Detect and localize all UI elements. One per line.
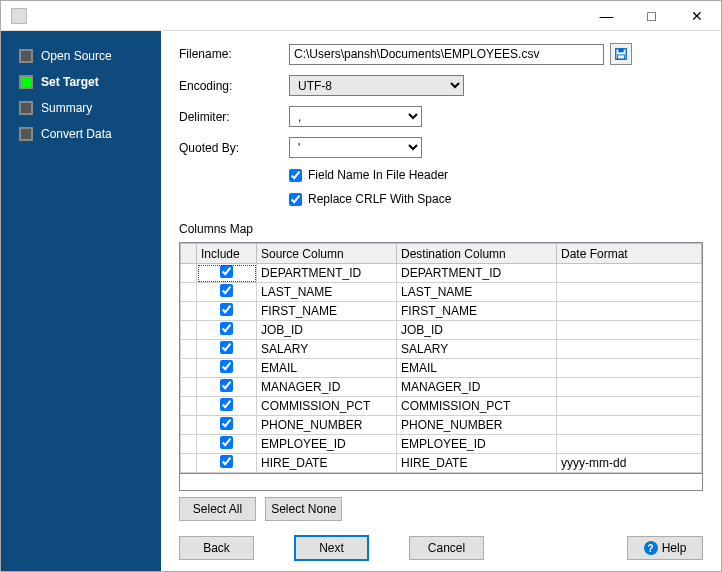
- row-handle[interactable]: [181, 340, 197, 359]
- quoted-by-select[interactable]: ': [289, 137, 422, 158]
- back-button[interactable]: Back: [179, 536, 254, 560]
- include-cell[interactable]: [197, 416, 257, 435]
- include-cell[interactable]: [197, 397, 257, 416]
- date-format-cell[interactable]: yyyy-mm-dd: [557, 454, 702, 473]
- date-format-cell[interactable]: [557, 435, 702, 454]
- include-checkbox[interactable]: [220, 379, 233, 392]
- source-column-cell[interactable]: EMAIL: [257, 359, 397, 378]
- col-header-dest[interactable]: Destination Column: [397, 244, 557, 264]
- source-column-cell[interactable]: PHONE_NUMBER: [257, 416, 397, 435]
- include-checkbox[interactable]: [220, 455, 233, 468]
- include-cell[interactable]: [197, 321, 257, 340]
- table-row[interactable]: JOB_IDJOB_ID: [181, 321, 702, 340]
- source-column-cell[interactable]: DEPARTMENT_ID: [257, 264, 397, 283]
- row-handle[interactable]: [181, 378, 197, 397]
- include-cell[interactable]: [197, 340, 257, 359]
- date-format-cell[interactable]: [557, 264, 702, 283]
- row-handle[interactable]: [181, 454, 197, 473]
- sidebar-item-open-source[interactable]: Open Source: [1, 43, 161, 69]
- source-column-cell[interactable]: JOB_ID: [257, 321, 397, 340]
- table-row[interactable]: LAST_NAMELAST_NAME: [181, 283, 702, 302]
- table-row[interactable]: FIRST_NAMEFIRST_NAME: [181, 302, 702, 321]
- destination-column-cell[interactable]: COMMISSION_PCT: [397, 397, 557, 416]
- table-row[interactable]: HIRE_DATEHIRE_DATEyyyy-mm-dd: [181, 454, 702, 473]
- include-checkbox[interactable]: [220, 398, 233, 411]
- table-row[interactable]: PHONE_NUMBERPHONE_NUMBER: [181, 416, 702, 435]
- col-header-source[interactable]: Source Column: [257, 244, 397, 264]
- destination-column-cell[interactable]: LAST_NAME: [397, 283, 557, 302]
- filename-input[interactable]: [289, 44, 604, 65]
- table-row[interactable]: COMMISSION_PCTCOMMISSION_PCT: [181, 397, 702, 416]
- destination-column-cell[interactable]: HIRE_DATE: [397, 454, 557, 473]
- destination-column-cell[interactable]: DEPARTMENT_ID: [397, 264, 557, 283]
- include-cell[interactable]: [197, 264, 257, 283]
- include-checkbox[interactable]: [220, 303, 233, 316]
- col-header-dateformat[interactable]: Date Format: [557, 244, 702, 264]
- row-handle[interactable]: [181, 283, 197, 302]
- browse-button[interactable]: [610, 43, 632, 65]
- row-handle[interactable]: [181, 416, 197, 435]
- next-button[interactable]: Next: [294, 535, 369, 561]
- close-button[interactable]: ✕: [674, 2, 719, 30]
- table-row[interactable]: SALARYSALARY: [181, 340, 702, 359]
- encoding-select[interactable]: UTF-8: [289, 75, 464, 96]
- source-column-cell[interactable]: COMMISSION_PCT: [257, 397, 397, 416]
- sidebar-item-summary[interactable]: Summary: [1, 95, 161, 121]
- table-row[interactable]: DEPARTMENT_IDDEPARTMENT_ID: [181, 264, 702, 283]
- maximize-button[interactable]: □: [629, 2, 674, 30]
- row-handle[interactable]: [181, 435, 197, 454]
- include-checkbox[interactable]: [220, 341, 233, 354]
- source-column-cell[interactable]: MANAGER_ID: [257, 378, 397, 397]
- include-cell[interactable]: [197, 302, 257, 321]
- row-handle[interactable]: [181, 264, 197, 283]
- row-handle[interactable]: [181, 302, 197, 321]
- destination-column-cell[interactable]: SALARY: [397, 340, 557, 359]
- date-format-cell[interactable]: [557, 397, 702, 416]
- date-format-cell[interactable]: [557, 283, 702, 302]
- include-cell[interactable]: [197, 454, 257, 473]
- destination-column-cell[interactable]: MANAGER_ID: [397, 378, 557, 397]
- destination-column-cell[interactable]: PHONE_NUMBER: [397, 416, 557, 435]
- sidebar-item-set-target[interactable]: Set Target: [1, 69, 161, 95]
- include-checkbox[interactable]: [220, 284, 233, 297]
- destination-column-cell[interactable]: FIRST_NAME: [397, 302, 557, 321]
- row-handle[interactable]: [181, 359, 197, 378]
- include-cell[interactable]: [197, 359, 257, 378]
- table-row[interactable]: EMPLOYEE_IDEMPLOYEE_ID: [181, 435, 702, 454]
- date-format-cell[interactable]: [557, 378, 702, 397]
- delimiter-select[interactable]: ,: [289, 106, 422, 127]
- date-format-cell[interactable]: [557, 340, 702, 359]
- include-cell[interactable]: [197, 435, 257, 454]
- source-column-cell[interactable]: FIRST_NAME: [257, 302, 397, 321]
- minimize-button[interactable]: —: [584, 2, 629, 30]
- include-checkbox[interactable]: [220, 360, 233, 373]
- destination-column-cell[interactable]: EMPLOYEE_ID: [397, 435, 557, 454]
- include-checkbox[interactable]: [220, 436, 233, 449]
- table-row[interactable]: EMAILEMAIL: [181, 359, 702, 378]
- source-column-cell[interactable]: HIRE_DATE: [257, 454, 397, 473]
- destination-column-cell[interactable]: EMAIL: [397, 359, 557, 378]
- source-column-cell[interactable]: SALARY: [257, 340, 397, 359]
- include-cell[interactable]: [197, 378, 257, 397]
- sidebar-item-convert-data[interactable]: Convert Data: [1, 121, 161, 147]
- select-all-button[interactable]: Select All: [179, 497, 256, 521]
- include-checkbox[interactable]: [220, 322, 233, 335]
- source-column-cell[interactable]: LAST_NAME: [257, 283, 397, 302]
- replace-crlf-checkbox[interactable]: [289, 193, 302, 206]
- col-header-include[interactable]: Include: [197, 244, 257, 264]
- field-name-header-checkbox[interactable]: [289, 169, 302, 182]
- date-format-cell[interactable]: [557, 416, 702, 435]
- cancel-button[interactable]: Cancel: [409, 536, 484, 560]
- destination-column-cell[interactable]: JOB_ID: [397, 321, 557, 340]
- date-format-cell[interactable]: [557, 359, 702, 378]
- help-button[interactable]: ? Help: [627, 536, 703, 560]
- table-row[interactable]: MANAGER_IDMANAGER_ID: [181, 378, 702, 397]
- col-header-blank[interactable]: [181, 244, 197, 264]
- source-column-cell[interactable]: EMPLOYEE_ID: [257, 435, 397, 454]
- select-none-button[interactable]: Select None: [265, 497, 342, 521]
- include-checkbox[interactable]: [220, 417, 233, 430]
- row-handle[interactable]: [181, 397, 197, 416]
- date-format-cell[interactable]: [557, 321, 702, 340]
- include-cell[interactable]: [197, 283, 257, 302]
- row-handle[interactable]: [181, 321, 197, 340]
